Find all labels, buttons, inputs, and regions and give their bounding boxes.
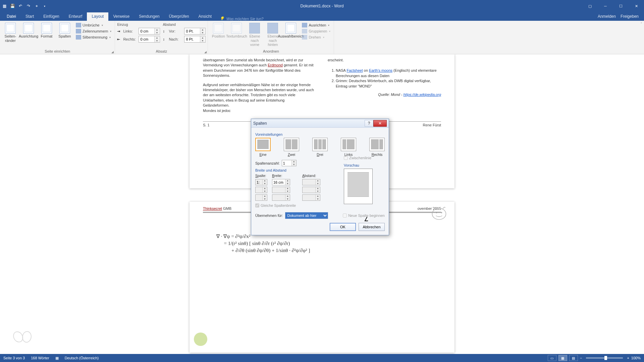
dialog-titlebar[interactable]: Spalten ? ✕: [251, 119, 389, 128]
group-label-arrange: Anordnen: [263, 49, 279, 53]
column-count-input[interactable]: ▲▼: [282, 160, 297, 166]
columns-button[interactable]: Spalten: [56, 21, 73, 39]
align-button[interactable]: Ausrichten▾: [301, 22, 332, 28]
line-numbers-label: Zeilennummern: [83, 29, 108, 33]
group-arrange: Position Textumbruch Ebene nach vorne Eb…: [208, 21, 334, 54]
maximize-button[interactable]: ☐: [613, 0, 629, 12]
ok-button[interactable]: OK: [330, 223, 356, 231]
apply-to-select[interactable]: Dokument ab hier: [285, 212, 328, 219]
margins-label: Seiten- ränder: [5, 34, 16, 43]
preset-left[interactable]: Links: [341, 138, 356, 157]
collapse-ribbon-icon[interactable]: ˆ: [641, 22, 642, 26]
col-header-number: Spalte:: [255, 174, 269, 178]
space-before-input[interactable]: ▲▼: [184, 28, 206, 35]
undo-icon[interactable]: ↶: [18, 3, 23, 9]
zoom-in-button[interactable]: +: [627, 356, 629, 360]
link-wikipedia[interactable]: https://de.wikipedia.org: [403, 93, 441, 97]
tab-layout[interactable]: Layout: [87, 12, 108, 21]
align-icon: [302, 23, 307, 27]
save-icon[interactable]: 💾: [10, 3, 15, 9]
tab-insert[interactable]: Einfügen: [39, 12, 64, 21]
col1-width-input[interactable]: ▲▼: [272, 179, 290, 185]
tab-references[interactable]: Verweise: [108, 12, 134, 21]
indent-right-input[interactable]: ▲▼: [139, 36, 160, 43]
link-moons[interactable]: moons: [381, 68, 392, 72]
line-numbers-button[interactable]: Zeilennummern▾: [74, 28, 113, 34]
group-objects-label: Gruppieren: [309, 29, 327, 33]
col2-number: ▲▼: [255, 187, 267, 193]
group-label-paragraph: Absatz: [156, 49, 167, 53]
send-backward-button[interactable]: Ebene nach hinten: [264, 21, 281, 47]
author-name: Rene Fürst: [423, 123, 441, 127]
link-factsheet[interactable]: Factsheet: [346, 68, 363, 72]
read-mode-button[interactable]: ▭: [548, 355, 556, 361]
tell-me-placeholder: Was möchten Sie tun?: [226, 17, 263, 21]
col3-number: ▲▼: [255, 194, 267, 201]
breaks-button[interactable]: Umbrüche▾: [74, 22, 113, 28]
status-wordcount[interactable]: 168 Wörter: [31, 356, 49, 360]
hyphenation-icon: [76, 35, 81, 40]
preset-two[interactable]: Zwei: [284, 138, 299, 157]
preset-three[interactable]: Drei: [312, 138, 328, 157]
orientation-button[interactable]: Ausrichtung: [20, 21, 37, 39]
line-between-checkbox[interactable]: Zwischenlinie: [344, 156, 384, 160]
tab-view[interactable]: Ansicht: [194, 12, 216, 21]
position-label: Position: [212, 34, 225, 39]
dialog-launcher-icon[interactable]: ◢: [204, 50, 207, 54]
space-after-input[interactable]: ▲▼: [184, 36, 206, 43]
zoom-slider[interactable]: [586, 357, 623, 359]
spellcheck-icon[interactable]: ▦: [55, 356, 59, 360]
zoom-out-button[interactable]: −: [580, 356, 582, 360]
sign-in-link[interactable]: Anmelden: [598, 14, 616, 19]
ribbon-tabs: Datei Start Einfügen Entwurf Layout Verw…: [0, 12, 644, 21]
indent-left-input[interactable]: ▲▼: [139, 28, 160, 35]
send-backward-label: Ebene nach hinten: [264, 34, 281, 47]
body-text: Aufgrund seiner verhältnismäßigen Nähe i…: [203, 83, 314, 102]
preset-right[interactable]: Rechts: [369, 138, 385, 157]
logo-icon: [430, 205, 448, 221]
status-page[interactable]: Seite 3 von 3: [3, 356, 25, 360]
tab-file[interactable]: Datei: [2, 12, 21, 21]
link-erdmond[interactable]: Erdmond: [268, 63, 283, 67]
qat-customize-icon[interactable]: ▾: [42, 3, 47, 9]
minimize-button[interactable]: ─: [598, 0, 613, 12]
tab-design[interactable]: Entwurf: [64, 12, 87, 21]
dialog-title: Spalten: [253, 121, 267, 126]
cancel-button[interactable]: Abbrechen: [359, 223, 385, 231]
tab-review[interactable]: Überprüfen: [164, 12, 194, 21]
web-layout-button[interactable]: ▤: [569, 355, 578, 361]
link-earths[interactable]: Earth's: [369, 68, 381, 72]
selection-pane-label: Auswahlbereich: [278, 34, 304, 39]
dialog-close-button[interactable]: ✕: [373, 120, 387, 127]
equal-width-label: Gleiche Spaltenbreite: [261, 203, 296, 207]
rotate-button[interactable]: Drehen▾: [301, 35, 332, 40]
zoom-level[interactable]: 100%: [631, 356, 641, 360]
text-wrap-button[interactable]: Textumbruch: [228, 21, 245, 39]
bring-forward-button[interactable]: Ebene nach vorne: [246, 21, 263, 47]
svg-point-1: [436, 212, 437, 214]
touch-mode-icon[interactable]: ⌖: [34, 3, 39, 9]
status-language[interactable]: Deutsch (Österreich): [65, 356, 99, 360]
line-numbers-icon: [76, 29, 81, 34]
share-button[interactable]: Freigeben: [621, 14, 639, 19]
col2-spacing-input: ▲▼: [302, 187, 320, 193]
tab-mailings[interactable]: Sendungen: [134, 12, 164, 21]
redo-icon[interactable]: ↷: [26, 3, 31, 9]
presets-heading: Voreinstellungen: [255, 132, 385, 136]
print-layout-button[interactable]: ▦: [558, 355, 567, 361]
tell-me-search[interactable]: 💡 Was möchten Sie tun?: [220, 16, 263, 21]
preset-one[interactable]: Eine: [255, 138, 271, 157]
dialog-help-button[interactable]: ?: [365, 120, 373, 127]
new-column-checkbox[interactable]: Neue Spalte beginnen: [343, 214, 385, 218]
group-objects-button[interactable]: Gruppieren▾: [301, 28, 332, 34]
close-button[interactable]: ✕: [629, 0, 644, 12]
indent-right-label: Rechts:: [123, 37, 137, 41]
ribbon-options-icon[interactable]: ▢: [582, 0, 598, 12]
margins-button[interactable]: Seiten- ränder: [2, 21, 19, 43]
selection-pane-button[interactable]: Auswahlbereich: [282, 21, 299, 39]
position-button[interactable]: Position: [210, 21, 227, 39]
dialog-launcher-icon[interactable]: ◢: [111, 50, 114, 54]
tab-start[interactable]: Start: [21, 12, 39, 21]
size-button[interactable]: Format: [38, 21, 55, 39]
hyphenation-button[interactable]: Silbentrennung▾: [74, 35, 113, 40]
